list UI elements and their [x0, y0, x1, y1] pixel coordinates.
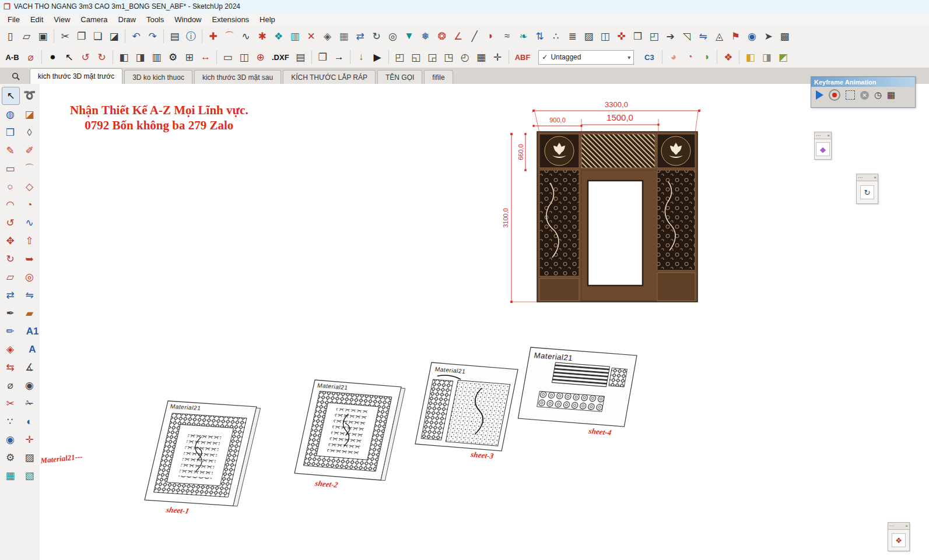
rectangle-tool-icon[interactable]: ▭: [2, 160, 19, 177]
arrow-next-icon[interactable]: →: [331, 50, 347, 65]
flag-left-icon[interactable]: ◧: [116, 50, 132, 65]
box-yellow-icon[interactable]: ◧: [742, 50, 758, 65]
view-front-icon[interactable]: ◲: [425, 50, 440, 65]
box-gray-icon[interactable]: ◨: [759, 50, 774, 65]
hatch-panel-icon[interactable]: ▨: [21, 449, 38, 466]
erase-icon[interactable]: ◪: [106, 29, 122, 44]
copy-icon[interactable]: ❐: [73, 29, 89, 44]
page-export-icon[interactable]: ➔: [662, 29, 678, 44]
surface-patch-icon[interactable]: ❖: [271, 29, 286, 44]
bezier-tool-icon[interactable]: ∿: [21, 214, 38, 231]
frame-double-icon[interactable]: ◫: [236, 50, 252, 65]
swap-red-icon[interactable]: ⇆: [2, 359, 19, 376]
select-tool-icon[interactable]: ↖: [2, 87, 20, 105]
swap-axes-icon[interactable]: ⇄: [2, 287, 19, 304]
component-maker-icon[interactable]: ❒: [2, 124, 19, 141]
circle-tool-icon[interactable]: ○: [2, 178, 19, 195]
arc-tool-icon[interactable]: ⌒: [21, 160, 38, 177]
open-file-icon[interactable]: ▱: [19, 29, 34, 44]
look-around-icon[interactable]: ◐: [21, 413, 38, 430]
download-red-icon[interactable]: ↓: [353, 50, 369, 65]
follow-me-icon[interactable]: ➥: [21, 251, 38, 267]
paint-bucket-icon[interactable]: ◍: [2, 106, 19, 123]
scene-tab-1[interactable]: kich thước 3D mặt trước: [30, 68, 122, 84]
mirror-pair-icon[interactable]: ⇋: [695, 29, 711, 44]
drag-dots-icon[interactable]: ⋯: [816, 133, 821, 138]
view-right-icon[interactable]: ◳: [441, 50, 457, 65]
camera-locate-icon[interactable]: ✛: [490, 50, 506, 65]
menu-extensions[interactable]: Extensions: [207, 14, 255, 25]
redo-icon[interactable]: ↷: [145, 29, 160, 44]
scene-tab-3[interactable]: kich thước 3D mặt sau: [194, 70, 281, 84]
lathe-rotate-icon[interactable]: ↻: [369, 29, 384, 44]
axes-tool-icon[interactable]: ✛: [21, 431, 38, 448]
freehand-draw-icon[interactable]: ✐: [21, 142, 38, 159]
section-plane-icon[interactable]: ▧: [21, 467, 38, 484]
orbit-cw-icon[interactable]: ↻: [94, 50, 110, 65]
line-segment-icon[interactable]: ╱: [467, 29, 482, 44]
eraser-tool-icon[interactable]: ◪: [21, 106, 38, 123]
panel-grid-icon[interactable]: ▩: [777, 29, 793, 44]
mesh-face-icon[interactable]: ▦: [336, 29, 352, 44]
pencil-line-icon[interactable]: ✎: [2, 142, 19, 159]
abf-export-icon[interactable]: ABF: [512, 50, 534, 65]
angle-dim-icon[interactable]: ∠: [450, 29, 466, 44]
vertex-star-icon[interactable]: ❂: [434, 29, 450, 44]
leaf-swirl-icon[interactable]: ❧: [516, 29, 531, 44]
menu-window[interactable]: Window: [169, 14, 206, 25]
red-tool-icon[interactable]: ❖: [892, 533, 906, 547]
wall-hatch-icon[interactable]: ▨: [581, 29, 597, 44]
menu-file[interactable]: File: [2, 14, 25, 25]
view-iso-icon[interactable]: ◰: [392, 50, 408, 65]
flag-right-icon[interactable]: ◨: [132, 50, 148, 65]
menu-tools[interactable]: Tools: [141, 14, 169, 25]
soften-edges-icon[interactable]: ❅: [418, 29, 433, 44]
save-file-icon[interactable]: ▣: [35, 29, 51, 44]
add-vertex-icon[interactable]: ✚: [205, 29, 221, 44]
close-circle-icon[interactable]: ✕: [860, 91, 869, 100]
polygon-blank-icon[interactable]: ◊: [21, 124, 38, 141]
sphere-pink-icon[interactable]: ◔: [682, 50, 697, 65]
zoom-window-icon[interactable]: ◉: [21, 377, 38, 394]
print-sheets-icon[interactable]: ▤: [293, 50, 309, 65]
polygon-tool-icon[interactable]: ◆: [816, 142, 830, 156]
view-back-icon[interactable]: ◴: [457, 50, 473, 65]
lasso-select-icon[interactable]: ➰: [21, 87, 38, 104]
orbit-ccw-icon[interactable]: ↺: [78, 50, 93, 65]
triple-dots-icon[interactable]: ∴: [548, 29, 564, 44]
timer-icon[interactable]: ◷: [874, 90, 882, 100]
group-box-icon[interactable]: ❒: [630, 29, 646, 44]
close-icon[interactable]: ×: [905, 524, 908, 529]
menu-camera[interactable]: Camera: [75, 14, 113, 25]
zoom-find-icon[interactable]: ⌀: [23, 50, 38, 65]
record-icon[interactable]: [829, 89, 840, 101]
wave-fit-icon[interactable]: ≈: [499, 29, 515, 44]
gear-config-icon[interactable]: ⚙: [2, 449, 19, 466]
sheet-3[interactable]: Material21 sheet-3: [413, 362, 518, 461]
paint-roller-icon[interactable]: ▰: [21, 305, 38, 322]
curve-points-icon[interactable]: ⌒: [222, 29, 237, 44]
gear-settings-icon[interactable]: ⚙: [165, 50, 181, 65]
flip-swap-icon[interactable]: ⇄: [352, 29, 368, 44]
cross-plus-icon[interactable]: ✜: [614, 29, 629, 44]
section-fill-icon[interactable]: ▦: [2, 467, 19, 484]
close-icon[interactable]: ×: [827, 133, 830, 138]
menu-help[interactable]: Help: [254, 14, 281, 25]
rotated-rectangle-icon[interactable]: ◇: [21, 178, 38, 195]
layer-stack-icon[interactable]: ▥: [287, 29, 303, 44]
ink-pen-icon[interactable]: ✒: [2, 305, 19, 322]
keyframe-panel-title[interactable]: Keyframe Animation: [811, 77, 915, 87]
tag-dropdown[interactable]: ✓ Untagged ▾: [538, 50, 634, 65]
partition-model[interactable]: [537, 132, 697, 302]
scissor-cut-icon[interactable]: ✂: [2, 395, 19, 412]
bezier-spline-icon[interactable]: ∿: [238, 29, 254, 44]
stairs-array-icon[interactable]: ≣: [565, 29, 580, 44]
print-icon[interactable]: ▤: [167, 29, 183, 44]
mirror-tool-icon[interactable]: ⇋: [21, 287, 38, 304]
paste-icon[interactable]: ❏: [90, 29, 106, 44]
close-icon[interactable]: ×: [874, 175, 877, 180]
select-cursor-icon[interactable]: ↖: [61, 50, 77, 65]
fold-box-icon[interactable]: ◬: [711, 29, 727, 44]
split-panel-icon[interactable]: ◫: [597, 29, 613, 44]
scene-tab-5[interactable]: TÊN GỌI: [377, 70, 422, 84]
